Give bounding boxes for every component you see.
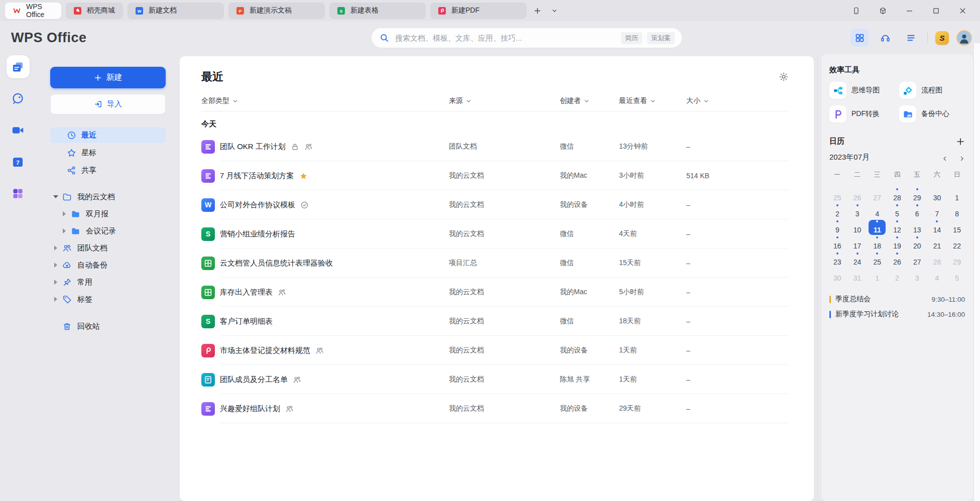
file-row[interactable]: 7 月线下活动策划方案我的云文档我的Mac3小时前514 KB [180, 161, 814, 190]
calendar-day[interactable]: 26 [887, 252, 907, 268]
search-tag-plan[interactable]: 策划案 [647, 32, 675, 44]
calendar-day[interactable]: 13 [907, 219, 927, 235]
calendar-event[interactable]: 新季度学习计划讨论14:30–16:00 [829, 307, 965, 322]
tool-pdf-convert[interactable]: PDF转换 [829, 105, 895, 122]
chevron-collapsed-icon[interactable] [49, 280, 62, 285]
calendar-day[interactable]: 29 [947, 252, 967, 268]
file-row[interactable]: W公司对外合作协议模板我的云文档我的设备4小时前– [180, 190, 814, 219]
vip-badge[interactable]: S [935, 31, 949, 45]
calendar-day[interactable]: 15 [947, 219, 967, 235]
new-tab-button[interactable] [531, 4, 544, 17]
tab-new-spreadsheet[interactable]: S新建表格 [329, 3, 426, 19]
calendar-day[interactable]: 17 [847, 235, 868, 252]
calendar-day[interactable]: 4 [927, 268, 947, 284]
filter-3[interactable]: 最近查看 [619, 96, 686, 105]
calendar-day[interactable]: 25 [867, 252, 887, 268]
filter-2[interactable]: 创建者 [560, 96, 619, 105]
file-row[interactable]: 团队成员及分工名单我的云文档陈旭 共享1天前– [180, 365, 814, 394]
tab-new-presentation[interactable]: P新建演示文稿 [228, 3, 325, 19]
close-button[interactable] [958, 7, 967, 15]
maximize-button[interactable] [932, 7, 940, 15]
calendar-day[interactable]: 2 [827, 203, 847, 219]
calendar-day[interactable]: 27 [907, 252, 927, 268]
tree-item-labels[interactable]: 标签 [36, 291, 180, 308]
search-tag-resume[interactable]: 简历 [621, 32, 642, 44]
chevron-collapsed-icon[interactable] [49, 263, 62, 268]
tab-list-dropdown[interactable] [548, 4, 561, 17]
tool-mindmap[interactable]: 思维导图 [829, 82, 895, 99]
import-button[interactable]: 导入 [50, 94, 166, 114]
add-event-button[interactable] [956, 137, 965, 146]
calendar-day[interactable]: 31 [847, 268, 868, 284]
filter-0[interactable]: 全部类型 [201, 96, 449, 105]
tab-new-document[interactable]: W新建文档 [128, 3, 224, 19]
sidebar-item-shared[interactable]: 共享 [50, 163, 166, 178]
calendar-day-selected[interactable]: 11 [867, 219, 887, 235]
calendar-day[interactable]: 5 [887, 203, 907, 219]
calendar-day[interactable]: 19 [887, 235, 907, 252]
scrollbar-track[interactable] [973, 43, 980, 501]
tree-item-frequent[interactable]: 常用 [36, 274, 180, 291]
calendar-day[interactable]: 12 [887, 219, 907, 235]
chevron-expanded-icon[interactable] [49, 195, 62, 198]
file-row[interactable]: 团队 OKR 工作计划团队文档微信13分钟前– [180, 132, 814, 161]
calendar-day[interactable]: 14 [927, 219, 947, 235]
user-avatar[interactable] [956, 30, 972, 46]
tab-docer-mall[interactable]: 稻壳商城 [66, 3, 123, 19]
tree-item-team-docs[interactable]: 团队文档 [36, 239, 180, 257]
calendar-day[interactable]: 9 [827, 219, 847, 235]
support-headset-button[interactable] [876, 29, 894, 47]
tool-flowchart[interactable]: 流程图 [899, 82, 965, 99]
chevron-collapsed-icon[interactable] [49, 245, 62, 250]
minimize-button[interactable] [905, 7, 914, 15]
calendar-next-button[interactable] [959, 155, 965, 161]
calendar-day[interactable]: 5 [947, 268, 967, 284]
calendar-day[interactable]: 1 [947, 187, 967, 203]
calendar-day[interactable]: 27 [867, 187, 887, 203]
file-row[interactable]: 兴趣爱好组队计划我的云文档我的设备29天前– [180, 394, 814, 423]
calendar-day[interactable]: 18 [867, 235, 887, 252]
tree-item-bimonthly-report[interactable]: 双月报 [36, 205, 180, 222]
settings-gear-icon[interactable] [779, 72, 789, 82]
calendar-day[interactable]: 24 [847, 252, 868, 268]
filter-1[interactable]: 来源 [449, 96, 560, 105]
workspace-button[interactable] [879, 7, 887, 15]
rail-calendar[interactable]: 7 [7, 150, 30, 173]
calendar-day[interactable]: 2 [887, 268, 907, 284]
search-input[interactable] [394, 33, 616, 43]
sidebar-item-starred[interactable]: 星标 [50, 145, 166, 161]
chevron-collapsed-icon[interactable] [49, 297, 62, 302]
calendar-day[interactable]: 16 [827, 235, 847, 252]
chevron-collapsed-icon[interactable] [58, 228, 71, 233]
calendar-day[interactable]: 3 [847, 203, 868, 219]
apps-grid-button[interactable] [850, 29, 869, 47]
sidebar-item-recent[interactable]: 最近 [50, 128, 166, 143]
calendar-day[interactable]: 28 [887, 187, 907, 203]
calendar-day[interactable]: 30 [927, 187, 947, 203]
file-row[interactable]: 市场主体登记提交材料规范我的云文档我的设备1天前– [180, 336, 814, 365]
calendar-day[interactable]: 22 [947, 235, 967, 252]
file-row[interactable]: S营销小组业绩分析报告我的云文档微信4天前– [180, 219, 814, 248]
sidebar-item-trash[interactable]: 回收站 [36, 318, 180, 335]
tab-wps-office[interactable]: WPS Office [5, 3, 61, 19]
calendar-day[interactable]: 7 [927, 203, 947, 219]
calendar-day[interactable]: 26 [847, 187, 868, 203]
tree-item-auto-backup[interactable]: 自动备份 [36, 257, 180, 274]
calendar-day[interactable]: 20 [907, 235, 927, 252]
tab-new-pdf[interactable]: 新建PDF [430, 3, 527, 19]
calendar-day[interactable]: 28 [927, 252, 947, 268]
calendar-day[interactable]: 25 [827, 187, 847, 203]
calendar-day[interactable]: 8 [947, 203, 967, 219]
filter-4[interactable]: 大小 [686, 96, 789, 105]
tree-item-my-cloud-docs[interactable]: 我的云文档 [36, 188, 180, 205]
mobile-link-button[interactable] [852, 7, 861, 15]
calendar-day[interactable]: 3 [907, 268, 927, 284]
chevron-collapsed-icon[interactable] [58, 211, 71, 216]
tree-item-meeting-notes[interactable]: 会议记录 [36, 222, 180, 239]
calendar-day[interactable]: 29 [907, 187, 927, 203]
calendar-day[interactable]: 30 [827, 268, 847, 284]
rail-apps[interactable] [7, 182, 30, 205]
menu-button[interactable] [902, 29, 920, 47]
calendar-day[interactable]: 4 [867, 203, 887, 219]
rail-meeting[interactable] [7, 118, 30, 142]
